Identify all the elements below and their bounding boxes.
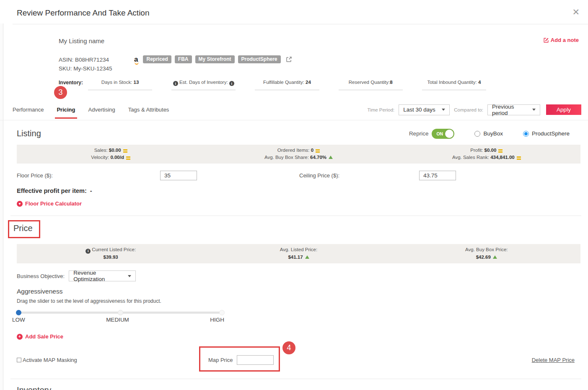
info-icon[interactable]: i — [229, 81, 234, 86]
product-identifiers: ASIN: B08HR71234 SKU: My-SKU-12345 — [59, 56, 134, 73]
listing-section-title: Listing — [17, 129, 41, 138]
floor-price-calculator-link[interactable]: ▾ Floor Price Calculator — [17, 200, 82, 207]
chevron-down-icon — [442, 109, 445, 111]
flat-trend-icon — [316, 149, 320, 151]
stat-orders-buybox: Ordered Items: 0 Avg. Buy Box Share: 64.… — [205, 147, 392, 161]
annotation-step-4: 4 — [282, 341, 295, 354]
slider-stop-high[interactable] — [219, 310, 225, 315]
slider-label-low: LOW — [12, 317, 25, 323]
badge-row: a Repriced FBA My Storefront ProductSphe… — [134, 55, 292, 63]
stat-current-price: i Current Listed Price: $39.93 — [17, 246, 205, 261]
info-icon[interactable]: i — [85, 249, 91, 254]
listing-stats-bar: Sales: $0.00 Velocity: 0.00/d Ordered It… — [17, 145, 580, 164]
toggle-on-label: ON — [436, 131, 443, 136]
badge-productsphere: ProductSphere — [238, 55, 281, 63]
inv-days-in-stock: Days in Stock: 13 — [88, 80, 152, 90]
time-period-select[interactable]: Last 30 days — [399, 104, 450, 115]
stat-profit-rank: Profit: $0.00 Avg. Sales Rank: 434,841.0… — [393, 147, 580, 161]
business-objective-label: Business Objective: — [17, 273, 65, 279]
radio-buybox[interactable]: BuyBox — [474, 130, 503, 137]
inventory-section: Inventory Days in Stock: 13 i Est. Days … — [0, 385, 588, 390]
reprice-label: Reprice — [409, 130, 429, 137]
price-stats-bar: i Current Listed Price: $39.93 Avg. List… — [17, 244, 580, 263]
map-masking-label: Activate MAP Masking — [23, 357, 77, 363]
compared-to-select[interactable]: Previous period — [487, 104, 540, 115]
business-objective-select[interactable]: Revenue Optimization — [69, 270, 136, 281]
slider-stop-medium[interactable] — [118, 310, 123, 315]
close-icon[interactable]: ✕ — [570, 8, 581, 16]
price-section-title: Price — [13, 224, 33, 233]
up-trend-icon — [329, 156, 333, 159]
reprice-toggle[interactable]: ON — [432, 129, 454, 139]
compared-to-label: Compared to: — [454, 107, 483, 112]
map-price-label: Map Price — [208, 357, 233, 363]
annotation-step-3: 3 — [54, 86, 67, 99]
slider-label-high: HIGH — [210, 317, 224, 323]
stat-avg-buybox: Avg. Buy Box Price: $42.69 — [393, 246, 580, 261]
inventory-summary-label: Inventory: — [59, 80, 88, 86]
tab-pricing[interactable]: Pricing — [56, 106, 76, 114]
listing-section: Listing Reprice ON BuyBox ProductSphere … — [0, 129, 588, 207]
asin-value: B08HR71234 — [75, 57, 109, 63]
circle-chevron-down-icon: ▾ — [17, 201, 23, 207]
floor-price-input[interactable] — [160, 171, 197, 180]
sku-value: My-SKU-12345 — [73, 65, 112, 72]
tab-bar: 3 Performance Pricing Advertising Tags &… — [0, 102, 588, 120]
info-icon[interactable]: i — [173, 81, 178, 86]
slider-handle-low[interactable] — [16, 310, 21, 315]
flat-trend-icon — [123, 149, 127, 151]
inv-est-days: i Est. Days of Inventory: i — [171, 80, 236, 90]
inv-fulfillable: Fulfillable Quantity: 24 — [255, 80, 319, 90]
external-link-icon[interactable] — [286, 56, 292, 62]
ceiling-price-label: Ceiling Price ($): — [299, 172, 419, 179]
add-sale-price-link[interactable]: + Add Sale Price — [17, 333, 63, 340]
product-summary: Add a note My Listing name ASIN: B08HR71… — [0, 24, 588, 90]
up-trend-icon — [493, 255, 497, 259]
badge-fba: FBA — [175, 55, 192, 63]
apply-button[interactable]: Apply — [546, 104, 581, 115]
radio-productsphere[interactable]: ProductSphere — [523, 130, 570, 137]
aggressiveness-title: Aggressiveness — [17, 288, 581, 295]
modal-header: Review Performance And Take Action ✕ — [0, 0, 588, 24]
tab-tags-attributes[interactable]: Tags & Attributes — [127, 106, 170, 114]
inventory-section-title: Inventory — [17, 385, 581, 390]
circle-plus-icon: + — [17, 334, 23, 340]
add-note-label: Add a note — [551, 37, 579, 43]
badge-storefront: My Storefront — [195, 55, 235, 63]
aggressiveness-slider[interactable]: LOW MEDIUM HIGH — [17, 312, 223, 323]
price-section: Price i Current Listed Price: $39.93 Avg… — [0, 216, 588, 370]
aggressiveness-hint: Drag the slider to set the level of aggr… — [17, 298, 581, 304]
add-note-link[interactable]: Add a note — [543, 37, 579, 43]
listing-name: My Listing name — [59, 37, 579, 44]
delete-map-price-link[interactable]: Delete MAP Price — [532, 357, 575, 363]
inventory-summary-row: Inventory: Days in Stock: 13 i Est. Days… — [59, 80, 579, 90]
up-trend-icon — [305, 255, 309, 259]
flat-trend-icon — [498, 149, 503, 151]
map-masking-checkbox[interactable] — [17, 358, 21, 362]
time-period-label: Time Period: — [368, 107, 395, 112]
amazon-icon: a — [134, 56, 138, 63]
inv-reserved: Reserved Quantity:8 — [339, 80, 403, 90]
edit-note-icon — [543, 37, 549, 43]
tab-advertising[interactable]: Advertising — [88, 106, 116, 114]
inv-total-inbound: Total Inbound Quantity: 4 — [422, 80, 486, 90]
chevron-down-icon — [532, 109, 536, 111]
flat-trend-icon — [517, 156, 521, 158]
toggle-knob — [445, 130, 453, 138]
radio-selected-icon — [523, 131, 529, 137]
map-price-row: Activate MAP Masking 4 Map Price Delete … — [17, 350, 581, 370]
effective-profit-line: Effective profit per item: - — [17, 187, 581, 194]
section-divider — [10, 379, 581, 379]
radio-icon — [474, 131, 480, 137]
chevron-down-icon — [128, 275, 131, 277]
stat-avg-listed: Avg. Listed Price: $41.17 — [205, 246, 392, 261]
tab-performance[interactable]: Performance — [12, 106, 44, 114]
slider-label-medium: MEDIUM — [106, 317, 129, 323]
page-title: Review Performance And Take Action — [17, 8, 150, 18]
annotation-box-price: Price — [8, 220, 40, 238]
map-price-input[interactable] — [237, 355, 274, 365]
flat-trend-icon — [126, 156, 130, 158]
ceiling-price-input[interactable] — [419, 171, 456, 180]
badge-repriced: Repriced — [143, 55, 171, 63]
floor-price-label: Floor Price ($): — [17, 172, 160, 179]
